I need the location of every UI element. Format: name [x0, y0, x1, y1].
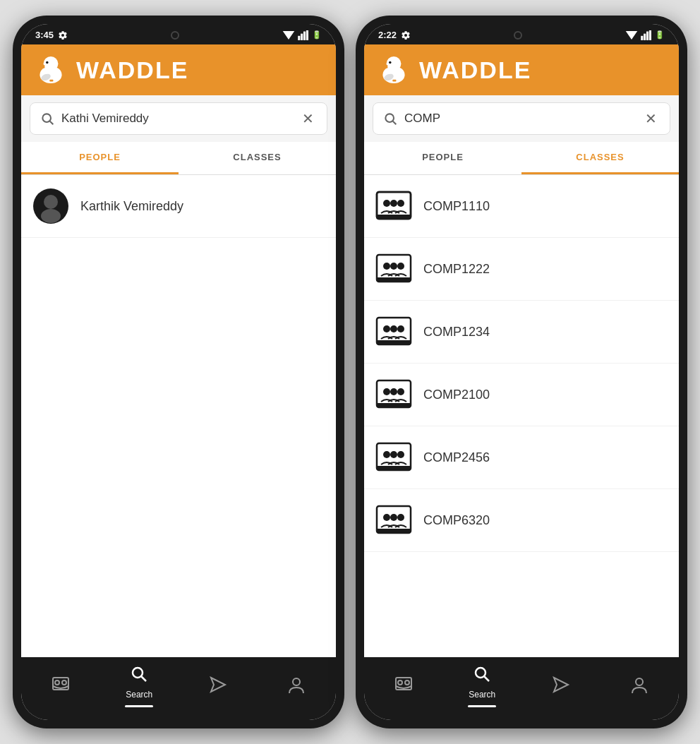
- nav-send-1[interactable]: [197, 675, 239, 697]
- svg-rect-2: [303, 31, 306, 40]
- svg-rect-36: [377, 215, 411, 219]
- class-icon-comp2100: [375, 376, 412, 413]
- class-icon-comp6320: [375, 502, 412, 539]
- class-item-comp1110[interactable]: COMP1110: [364, 175, 679, 238]
- nav-profile-1[interactable]: [275, 675, 318, 697]
- class-item-comp1222[interactable]: COMP1222: [364, 238, 679, 301]
- svg-rect-0: [298, 35, 300, 40]
- wifi-icon-2: [625, 30, 638, 40]
- svg-point-16: [62, 680, 66, 685]
- svg-point-50: [397, 388, 404, 395]
- class-item-comp6320[interactable]: COMP6320: [364, 489, 679, 552]
- class-name-comp1222: COMP1222: [423, 262, 490, 277]
- phone-1: 3:45 🔋: [13, 16, 344, 728]
- tab-classes-2[interactable]: CLASSES: [521, 142, 679, 174]
- phone-2-screen: 2:22 🔋: [364, 24, 679, 720]
- svg-point-67: [636, 678, 643, 685]
- nav-search-1[interactable]: Search: [118, 664, 160, 707]
- nav-send-2[interactable]: [540, 675, 582, 697]
- svg-line-18: [142, 677, 147, 682]
- class-name-comp1110: COMP1110: [423, 199, 490, 214]
- signal-icon-1: [298, 30, 309, 40]
- tabs-2: PEOPLE CLASSES: [364, 142, 679, 175]
- svg-point-35: [397, 200, 404, 207]
- status-bar-2: 2:22 🔋: [364, 24, 679, 44]
- class-item-comp2456[interactable]: COMP2456: [364, 426, 679, 489]
- search-input-1[interactable]: [61, 112, 299, 126]
- svg-point-39: [390, 263, 397, 270]
- svg-rect-8: [49, 80, 53, 82]
- profile-nav-icon-2: [629, 675, 649, 697]
- svg-point-5: [44, 56, 59, 71]
- svg-rect-61: [377, 529, 411, 533]
- camera-dot-1: [171, 31, 179, 40]
- class-icon-comp1110: [375, 188, 412, 224]
- svg-rect-3: [306, 30, 308, 40]
- class-icon-comp1222: [375, 251, 412, 287]
- clear-button-1[interactable]: ✕: [299, 110, 317, 127]
- svg-line-66: [485, 677, 490, 682]
- tab-classes-1[interactable]: CLASSES: [179, 142, 336, 174]
- status-left-1: 3:45: [35, 30, 68, 40]
- svg-point-19: [293, 678, 300, 685]
- duck-logo-1: [32, 52, 69, 88]
- svg-rect-21: [644, 33, 646, 40]
- svg-point-29: [385, 114, 394, 122]
- svg-point-60: [397, 514, 404, 521]
- nav-classes-1[interactable]: [40, 675, 82, 697]
- svg-point-27: [389, 61, 391, 64]
- class-name-comp1234: COMP1234: [423, 325, 490, 340]
- nav-active-line-1: [125, 705, 153, 707]
- svg-point-65: [476, 668, 485, 678]
- status-left-2: 2:22: [378, 30, 411, 40]
- person-name-1: Karthik Vemireddy: [80, 199, 183, 214]
- class-name-comp2100: COMP2100: [423, 388, 490, 402]
- search-bar-1[interactable]: ✕: [30, 102, 327, 135]
- svg-point-9: [42, 114, 51, 122]
- svg-point-48: [383, 388, 390, 395]
- tab-people-2[interactable]: PEOPLE: [364, 142, 521, 174]
- svg-rect-28: [392, 80, 396, 82]
- search-input-2[interactable]: [404, 112, 642, 126]
- svg-rect-20: [641, 35, 643, 40]
- app-header-1: WADDLE: [21, 44, 336, 95]
- svg-point-45: [397, 325, 404, 332]
- time-2: 2:22: [378, 30, 397, 40]
- svg-point-13: [41, 209, 61, 223]
- nav-search-2[interactable]: Search: [461, 664, 503, 707]
- tab-people-1[interactable]: PEOPLE: [21, 142, 179, 174]
- clear-button-2[interactable]: ✕: [642, 110, 660, 127]
- phone-1-screen: 3:45 🔋: [21, 24, 336, 720]
- svg-point-17: [133, 668, 143, 678]
- svg-rect-56: [377, 466, 411, 470]
- svg-point-59: [390, 514, 397, 521]
- svg-point-54: [390, 451, 397, 458]
- svg-point-15: [55, 680, 59, 685]
- svg-point-53: [383, 451, 390, 458]
- svg-rect-46: [377, 340, 411, 344]
- class-item-comp1234[interactable]: COMP1234: [364, 301, 679, 364]
- svg-rect-22: [646, 31, 648, 40]
- person-item-1[interactable]: Karthik Vemireddy: [21, 175, 336, 238]
- nav-active-line-2: [468, 705, 496, 707]
- duck-logo-2: [375, 52, 412, 88]
- status-right-2: 🔋: [625, 30, 665, 40]
- class-name-comp2456: COMP2456: [423, 450, 490, 465]
- signal-icon-2: [641, 30, 652, 40]
- content-2: COMP1110 COMP1222: [364, 175, 679, 657]
- status-bar-1: 3:45 🔋: [21, 24, 336, 44]
- svg-point-58: [383, 514, 390, 521]
- classes-nav-icon-1: [51, 675, 71, 697]
- svg-point-55: [397, 451, 404, 458]
- search-icon-1: [40, 112, 54, 126]
- svg-point-43: [383, 325, 390, 332]
- svg-point-33: [383, 200, 390, 207]
- class-item-comp2100[interactable]: COMP2100: [364, 364, 679, 426]
- search-bar-2[interactable]: ✕: [373, 102, 670, 135]
- nav-profile-2[interactable]: [618, 675, 660, 697]
- search-nav-label-1: Search: [126, 690, 152, 700]
- class-icon-comp1234: [375, 313, 412, 350]
- content-1: Karthik Vemireddy: [21, 175, 336, 657]
- nav-classes-2[interactable]: [382, 675, 425, 697]
- svg-line-30: [393, 121, 397, 125]
